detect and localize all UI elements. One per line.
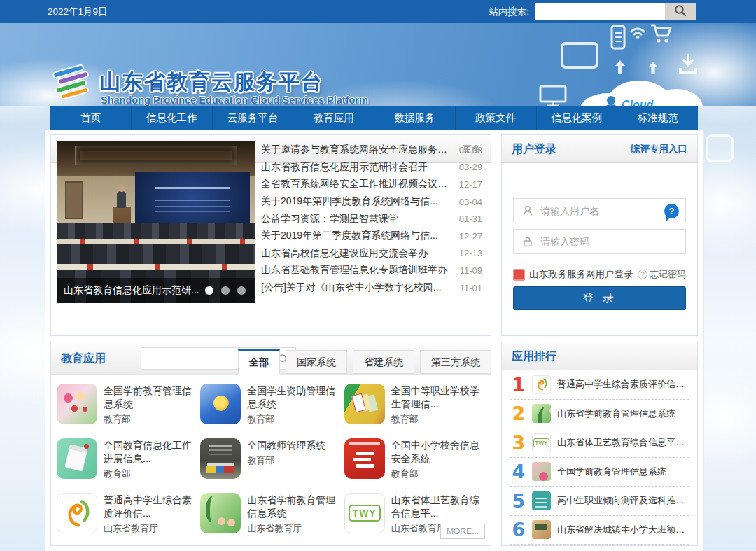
more-button[interactable]: MORE... — [440, 524, 485, 539]
news-item: 山东省高校信息化建设应用交流会举办12-13 — [261, 245, 482, 263]
nav-item-3[interactable]: 教育应用 — [293, 106, 374, 130]
carousel-caption-bar: 山东省教育信息化应用示范研... — [57, 278, 255, 303]
swirl-evaluation-icon — [532, 375, 551, 394]
app-org: 山东省教育厅 — [104, 522, 196, 535]
shopping-cart-icon — [650, 23, 673, 44]
news-date: 04-08 — [459, 145, 482, 155]
page: 2022年1月9日 站内搜索: — [0, 0, 756, 551]
nav-item-6[interactable]: 信息化案例 — [537, 106, 618, 130]
app-card-text: 全国中小学校舍信息安全系统教育部 — [391, 438, 484, 493]
news-date: 12-27 — [459, 231, 482, 242]
apps-grid: 全国学前教育管理信息系统教育部全国学生资助管理信息系统教育部全国中等职业学校学生… — [51, 375, 491, 545]
tab-3[interactable]: 第三方系统 — [420, 350, 491, 374]
news-date: 03-04 — [459, 197, 482, 207]
app-name: 全国中小学校舍信息安全系统 — [391, 439, 484, 466]
news-date: 11-09 — [460, 265, 482, 276]
up-arrow-icon — [648, 61, 658, 75]
news-title-link[interactable]: 山东省教育信息化应用示范研讨会召开 — [261, 161, 452, 174]
login-panel-header: 用户登录 综评专用入口 — [502, 135, 697, 163]
news-title-link[interactable]: 关于2019年第四季度教育系统网络与信... — [261, 195, 452, 208]
rank-label: 普通高中学生综合素质评价信息... — [557, 378, 689, 391]
rank-label: 高中生职业倾向测评及选科推荐... — [557, 494, 689, 507]
page-subtitle: Shandong Province Education Cloud Servic… — [101, 95, 368, 106]
nav-item-4[interactable]: 数据服务 — [374, 106, 456, 130]
app-card-text: 全国中等职业学校学生管理信...教育部 — [391, 384, 484, 438]
app-card[interactable]: TWY山东省体卫艺教育综合信息平...山东省教育厅 — [344, 493, 488, 547]
news-item: 公益学习资源：学测星智慧课堂01-31 — [261, 210, 482, 228]
nav-item-0[interactable]: 首页 — [50, 106, 132, 130]
news-title-link[interactable]: 公益学习资源：学测星智慧课堂 — [261, 213, 452, 225]
app-name: 普通高中学生综合素质评价信... — [104, 494, 196, 520]
news-carousel[interactable]: 山东省教育信息化应用示范研... — [57, 141, 255, 303]
app-card[interactable]: 全国中小学校舍信息安全系统教育部 — [344, 438, 488, 493]
nav-item-1[interactable]: 信息化工作 — [132, 106, 213, 130]
news-date: 11-01 — [460, 283, 482, 293]
app-name: 山东省体卫艺教育综合信息平... — [391, 494, 484, 520]
nav-item-2[interactable]: 云服务平台 — [213, 106, 294, 130]
question-balloon-icon[interactable]: ? — [664, 204, 679, 218]
app-card[interactable]: 全国学生资助管理信息系统教育部 — [200, 384, 344, 438]
app-ghost-icon — [706, 134, 734, 162]
app-card[interactable]: 普通高中学生综合素质评价信...山东省教育厅 — [57, 493, 200, 547]
login-panel: 用户登录 综评专用入口 ? 山东政务服务网用户登录 ? 忘记密码 — [501, 134, 698, 336]
rank-number: 2 — [510, 403, 527, 424]
tab-1[interactable]: 国家系统 — [286, 350, 347, 374]
conference-photo — [57, 239, 255, 244]
news-title-link[interactable]: [公告]关于对《山东省中小学数字化校园... — [261, 281, 453, 294]
site-search-button[interactable] — [665, 3, 696, 20]
beanstalk-kids-icon — [532, 404, 551, 423]
conference-photo — [57, 244, 255, 264]
tab-2[interactable]: 省建系统 — [353, 350, 414, 374]
news-title-link[interactable]: 山东省高校信息化建设应用交流会举办 — [261, 247, 452, 260]
apps-tabs: 全部国家系统省建系统第三方系统 — [238, 349, 491, 374]
rank-item[interactable]: 5高中生职业倾向测评及选科推荐... — [510, 487, 689, 516]
app-name: 全国学前教育管理信息系统 — [104, 384, 196, 411]
apps-panel-header: 教育应用 全部国家系统省建系统第三方系统 — [51, 342, 491, 375]
site-search-input[interactable] — [535, 3, 665, 20]
news-title-link[interactable]: 关于2019年第三季度教育系统网络与信... — [261, 230, 452, 242]
chalkboard-books-icon — [200, 438, 241, 479]
rank-number: 3 — [510, 432, 527, 454]
carousel-dot[interactable] — [237, 286, 246, 295]
date-label: 2022年1月9日 — [48, 0, 108, 23]
nav-item-7[interactable]: 标准规范 — [617, 106, 698, 130]
username-input[interactable] — [540, 199, 660, 223]
carousel-dot[interactable] — [221, 286, 230, 295]
news-item: 关于2019年第四季度教育系统网络与信...03-04 — [261, 193, 482, 211]
rank-item[interactable]: 4全国学前教育管理信息系统 — [510, 458, 689, 487]
page-title: 山东省教育云服务平台 — [99, 68, 323, 97]
rank-number: 1 — [510, 374, 527, 396]
rank-item[interactable]: 3TWY山东省体卫艺教育综合信息平台... — [510, 428, 689, 458]
app-card[interactable]: 全国中等职业学校学生管理信...教育部 — [344, 384, 488, 438]
carousel-caption[interactable]: 山东省教育信息化应用示范研... — [57, 284, 205, 297]
app-card-text: 全国教师管理系统教育部 — [247, 438, 326, 493]
rank-item[interactable]: 1普通高中学生综合素质评价信息... — [510, 370, 689, 400]
rank-item[interactable]: 6山东省解决城镇中小学大班额问... — [510, 516, 689, 545]
news-item: 全省教育系统网络安全工作推进视频会议召开12-17 — [261, 176, 482, 193]
rank-item[interactable]: 2山东省学前教育管理信息系统 — [510, 400, 689, 429]
rank-number: 4 — [510, 461, 527, 482]
news-title-link[interactable]: 山东省基础教育管理信息化专题培训班举办 — [261, 264, 453, 277]
app-card[interactable]: 山东省学前教育管理信息系统山东省教育厅 — [200, 493, 344, 547]
evaluation-entry-link[interactable]: 综评专用入口 — [631, 135, 687, 163]
forgot-label: 忘记密码 — [650, 268, 686, 281]
gov-service-login-link[interactable]: 山东政务服务网用户登录 — [513, 268, 634, 281]
nav-item-5[interactable]: 政策文件 — [456, 106, 537, 130]
news-title-link[interactable]: 关于邀请参与教育系统网络安全应急服务支... — [261, 144, 452, 156]
tab-0[interactable]: 全部 — [238, 349, 280, 375]
app-card[interactable]: 全国教师管理系统教育部 — [200, 438, 344, 493]
app-card[interactable]: 全国学前教育管理信息系统教育部 — [57, 384, 200, 438]
download-icon — [678, 54, 699, 75]
app-card[interactable]: 全国教育信息化工作进展信息...教育部 — [57, 438, 200, 493]
app-name: 全国教育信息化工作进展信息... — [104, 439, 196, 466]
ranking-title: 应用排行 — [512, 342, 556, 370]
password-input[interactable] — [540, 230, 660, 253]
carousel-dot[interactable] — [205, 286, 214, 295]
login-button[interactable]: 登 录 — [513, 286, 686, 310]
gov-login-label: 山东政务服务网用户登录 — [529, 268, 634, 281]
password-field — [513, 229, 686, 254]
conference-photo — [75, 146, 237, 165]
vocational-cards-icon — [344, 384, 385, 424]
forgot-password-link[interactable]: ? 忘记密码 — [638, 268, 686, 281]
news-title-link[interactable]: 全省教育系统网络安全工作推进视频会议召开 — [261, 178, 452, 190]
